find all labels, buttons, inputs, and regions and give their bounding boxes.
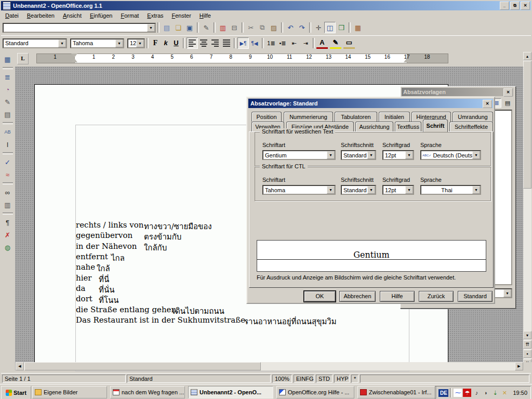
tab-schrifteffekte[interactable]: Schrifteffekte	[449, 122, 493, 131]
align-left-button[interactable]	[187, 37, 198, 49]
ctl-size-dropdown-button[interactable]: ▼	[405, 186, 413, 194]
western-language-value[interactable]: Deutsch (Deutsc	[431, 152, 472, 158]
ctl-font-combobox[interactable]: Tahoma ▼	[262, 185, 336, 195]
increase-indent-icon[interactable]: ⇥	[300, 37, 311, 49]
restore-button[interactable]: ⧉	[510, 2, 520, 10]
horizontal-scrollbar-thumb[interactable]	[24, 362, 261, 370]
edit-file-icon[interactable]: ✎	[201, 22, 212, 33]
paste-icon[interactable]: ▨	[268, 22, 280, 33]
tab-tabulatoren[interactable]: Tabulatoren	[335, 112, 377, 122]
scroll-right-button[interactable]: ▶	[515, 362, 523, 370]
vertical-scrollbar[interactable]: ▲ ▼ ⇈ ● ⇊	[523, 52, 531, 368]
western-size-combobox[interactable]: 12pt ▼	[382, 150, 414, 160]
save-icon[interactable]: ▣	[184, 22, 195, 33]
western-font-dropdown-button[interactable]: ▼	[327, 151, 335, 159]
western-language-dropdown-button[interactable]: ▼	[472, 151, 480, 159]
align-justify-button[interactable]	[221, 37, 232, 49]
ctl-font-dropdown-button[interactable]: ▼	[327, 186, 335, 194]
status-page-style[interactable]: Standard	[127, 375, 271, 383]
tab-schrift[interactable]: Schrift	[423, 119, 448, 132]
spellcheck-icon[interactable]: ✓	[2, 156, 14, 168]
navigator-icon[interactable]: ✛	[313, 22, 324, 33]
align-center-button[interactable]	[198, 37, 209, 49]
previous-page-button[interactable]: ⇈	[523, 340, 531, 349]
menu-item-format[interactable]: Format	[116, 11, 143, 20]
open-icon[interactable]: ❏	[172, 22, 184, 33]
ctl-size-value[interactable]: 12pt	[383, 187, 405, 193]
ctl-size-combobox[interactable]: 12pt ▼	[382, 185, 414, 195]
font-size-combobox[interactable]: 12 ▼	[127, 38, 145, 48]
horizontal-ruler[interactable]: 1 18 1234567891011121314151617	[30, 52, 523, 65]
help-button[interactable]: Hilfe	[380, 291, 415, 302]
western-language-combobox[interactable]: ABC✓ Deutsch (Deutsc ▼	[420, 150, 481, 160]
scroll-up-button[interactable]: ▲	[523, 52, 531, 60]
export-pdf-icon[interactable]: ▥	[217, 22, 229, 33]
insert-table-icon[interactable]: ▦	[2, 53, 14, 65]
ctl-style-combobox[interactable]: Standard ▼	[341, 185, 376, 195]
decrease-indent-icon[interactable]: ⇤	[288, 37, 300, 49]
font-name-value[interactable]: Tahoma	[71, 40, 115, 46]
menu-item-hilfe[interactable]: Hilfe	[195, 11, 215, 20]
cancel-button[interactable]: Abbrechen	[339, 291, 376, 302]
navigation-button[interactable]: ●	[523, 350, 531, 358]
scroll-down-button[interactable]: ▼	[523, 331, 531, 339]
western-style-value[interactable]: Standard	[342, 152, 367, 158]
tab-ausrichtung[interactable]: Ausrichtung	[355, 122, 393, 131]
insert-object-icon[interactable]: ◔	[2, 83, 14, 96]
find-icon[interactable]: ∞	[2, 186, 14, 198]
status-hyperlink-mode[interactable]: HYP	[334, 375, 350, 383]
font-size-value[interactable]: 12	[128, 40, 136, 46]
ctl-language-combobox[interactable]: Thai ▼	[420, 185, 481, 195]
taskbar-task-5[interactable]: Zwischenablage01 - Irf...	[357, 386, 436, 398]
western-size-value[interactable]: 12pt	[383, 152, 405, 158]
stylist-icon[interactable]: ◫	[324, 22, 336, 33]
left-indent-marker[interactable]	[71, 58, 77, 62]
ctl-font-value[interactable]: Tahoma	[263, 187, 327, 193]
undo-icon[interactable]: ↶	[285, 22, 296, 33]
font-name-combobox[interactable]: Tahoma ▼	[70, 38, 124, 48]
tab-textfluss[interactable]: Textfluss	[395, 122, 421, 131]
taskbar-task-1[interactable]: Eigene Bilder	[32, 386, 107, 398]
ctl-style-value[interactable]: Standard	[342, 187, 367, 193]
url-dropdown-button[interactable]: ▼	[147, 24, 155, 32]
vertical-scrollbar-thumb[interactable]	[523, 61, 531, 189]
ok-button[interactable]: OK	[304, 291, 336, 302]
menu-item-extras[interactable]: Extras	[143, 11, 167, 20]
right-indent-marker[interactable]	[404, 58, 410, 62]
western-font-value[interactable]: Gentium	[263, 152, 327, 158]
italic-button[interactable]: k	[161, 38, 171, 48]
tab-umrandung[interactable]: Umrandung	[453, 112, 493, 122]
mouse-icon[interactable]: ◗	[482, 389, 490, 397]
menu-item-bearbeiten[interactable]: Bearbeiten	[23, 11, 59, 20]
stylist-title-bar[interactable]: Absatzvorlagen ✕	[402, 88, 513, 96]
status-selection-mode[interactable]: STD	[316, 375, 332, 383]
highlighting-icon[interactable]: ✎	[330, 37, 341, 49]
autotext-icon[interactable]: AB	[2, 126, 14, 138]
form-icon[interactable]: ▤	[2, 108, 14, 121]
title-bar[interactable]: Unbenannt2 - OpenOffice.org 1.1 _ ⧉ ✕	[1, 1, 531, 10]
nonprinting-characters-icon[interactable]: ¶	[2, 216, 14, 229]
start-button[interactable]: Start	[1, 386, 31, 399]
minimize-button[interactable]: _	[500, 2, 509, 10]
numbered-list-icon[interactable]: 1≣	[265, 37, 277, 49]
load-url-combobox[interactable]: ▼	[3, 23, 156, 33]
underline-button[interactable]: U	[171, 38, 181, 48]
back-button[interactable]: Zurück	[419, 291, 454, 302]
tab-position[interactable]: Position	[251, 112, 282, 122]
direct-cursor-icon[interactable]: I	[2, 138, 14, 151]
size-dropdown-button[interactable]: ▼	[136, 39, 144, 47]
ctl-language-dropdown-button[interactable]: ▼	[472, 186, 480, 194]
graphics-onoff-icon[interactable]: ✗	[2, 229, 14, 241]
scroll-left-button[interactable]: ◀	[16, 362, 24, 370]
dialog-title-bar[interactable]: Absatzvorlage: Standard ✕	[248, 99, 493, 108]
western-font-combobox[interactable]: Gentium ▼	[262, 150, 336, 160]
font-color-icon[interactable]: A	[316, 37, 328, 49]
ctl-language-value[interactable]: Thai	[421, 187, 472, 193]
insert-graphics-icon[interactable]: ▦	[352, 22, 364, 33]
close-button[interactable]: ✕	[521, 2, 530, 10]
menu-item-einfuegen[interactable]: Einfügen	[86, 11, 116, 20]
status-insert-mode[interactable]: EINFG	[294, 375, 314, 383]
taskbar-task-2[interactable]: nach dem Weg fragen ...	[110, 386, 185, 398]
print-icon[interactable]: ⊟	[229, 22, 240, 33]
tab-initialen[interactable]: Initialen	[379, 112, 410, 122]
